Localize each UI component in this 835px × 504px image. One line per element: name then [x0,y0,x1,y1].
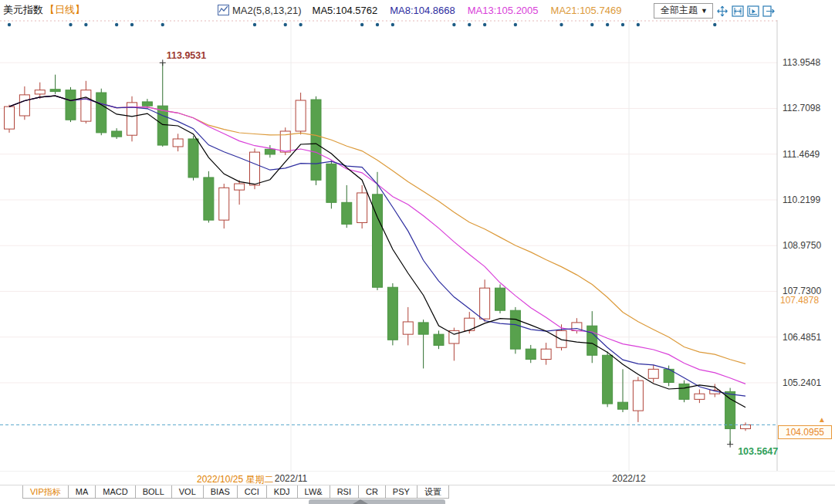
fit-play-icon[interactable] [747,5,759,17]
candle[interactable] [81,81,91,123]
candle[interactable] [66,87,76,122]
price-axis-label: 110.2199 [783,194,820,205]
crosshair-move-icon[interactable] [716,5,729,17]
event-marker-dot[interactable] [253,23,256,26]
indicator-tab-lw[interactable]: LW& [297,485,330,499]
event-marker-dot[interactable] [637,23,640,26]
candle[interactable] [510,307,520,353]
event-marker-dot[interactable] [391,23,394,26]
indicator-tab-macd[interactable]: MACD [95,485,135,499]
month-tick-label: 2022/12 [612,473,645,484]
candle[interactable] [19,86,29,120]
candle[interactable] [633,377,643,422]
candle[interactable] [526,345,536,363]
candle-body [741,425,751,428]
candle[interactable] [219,184,229,228]
indicator-tab-cci[interactable]: CCI [237,485,267,499]
high-price-label: 113.9531 [167,50,206,61]
indicator-tab-psy[interactable]: PSY [385,485,418,499]
candle[interactable] [541,343,551,365]
candle[interactable] [235,180,245,205]
candle[interactable] [418,320,428,368]
candle[interactable] [741,422,751,431]
event-marker-dot[interactable] [84,23,87,26]
event-marker-dot[interactable] [606,23,609,26]
event-marker-dot[interactable] [360,23,363,26]
event-marker-dot[interactable] [514,23,517,26]
theme-select-button[interactable]: 全部主题▼ [654,3,713,19]
candle[interactable] [648,365,658,383]
ma-settings-label[interactable]: MA2(5,8,13,21) [232,5,302,16]
candle[interactable] [434,330,444,349]
event-marker-dot[interactable] [299,23,302,26]
event-marker-dot[interactable] [161,23,164,26]
candle[interactable] [603,352,613,408]
event-marker-dot[interactable] [8,23,11,26]
event-marker-dot[interactable] [483,23,486,26]
fit-width-icon[interactable] [732,5,744,17]
candle[interactable] [587,311,597,363]
indicator-tab-cr[interactable]: CR [358,485,386,499]
candle[interactable] [311,96,321,185]
indicator-tab-vol[interactable]: VOL [171,485,204,499]
indicator-tab-boll[interactable]: BOLL [135,485,172,499]
event-marker-dot[interactable] [284,23,287,26]
chart-canvas[interactable]: 113.9531103.5647 [0,0,835,472]
indicator-tab-ma[interactable]: MA [68,485,96,499]
candle[interactable] [204,171,214,223]
candle[interactable] [387,283,397,345]
event-marker-dot[interactable] [468,23,471,26]
candle[interactable] [495,284,505,313]
indicator-tab-kdj[interactable]: KDJ [266,485,298,499]
candle[interactable] [112,128,122,139]
candle-body [66,90,76,120]
event-marker-dot[interactable] [376,23,379,26]
indicator-tab-vip[interactable]: VIP指标 [22,485,69,499]
candle-body [157,106,167,145]
price-axis-label: 113.9548 [783,57,820,68]
candle-body [81,90,91,121]
indicator-tab-[interactable]: 设置 [417,485,449,499]
candle[interactable] [679,381,689,403]
scrollbar-grip-icon[interactable] [353,499,368,504]
indicator-tab-rsi[interactable]: RSI [330,485,359,499]
candle-body [219,188,229,220]
candle[interactable] [5,105,15,133]
candle-body [495,288,505,310]
candle[interactable] [296,93,306,134]
candle-body [434,334,444,345]
candle[interactable] [618,369,628,412]
event-marker-dot[interactable] [559,23,563,26]
candle[interactable] [480,279,490,322]
event-marker-dot[interactable] [452,23,455,26]
event-marker-dot[interactable] [69,23,72,26]
price-axis-label: 108.9750 [783,240,821,251]
candle[interactable] [265,145,275,157]
candle[interactable] [695,390,705,404]
event-marker-dot[interactable] [621,23,624,26]
candle-body [142,102,152,106]
candle-body [633,381,643,411]
candle[interactable] [173,134,183,151]
candle[interactable] [50,75,60,94]
candle[interactable] [157,63,167,147]
candle[interactable] [326,161,336,208]
scrollbar-thumb[interactable] [309,499,445,504]
shift-right-icon[interactable] [762,5,775,17]
candle[interactable] [188,136,198,181]
indicator-tab-bias[interactable]: BIAS [203,485,238,499]
event-marker-dot[interactable] [590,23,593,26]
candle[interactable] [403,307,413,345]
event-marker-dot[interactable] [115,23,118,26]
horizontal-scrollbar[interactable] [0,499,835,504]
candle[interactable] [96,89,106,135]
chart-type-icon[interactable] [218,5,229,15]
period-label[interactable]: 【日线】 [45,3,85,17]
candle-body [96,93,106,133]
candle[interactable] [127,96,137,142]
candle[interactable] [342,185,352,228]
event-marker-dot[interactable] [713,23,716,26]
candle-body [35,90,45,94]
event-marker-dot[interactable] [130,23,134,26]
candle[interactable] [357,185,367,228]
